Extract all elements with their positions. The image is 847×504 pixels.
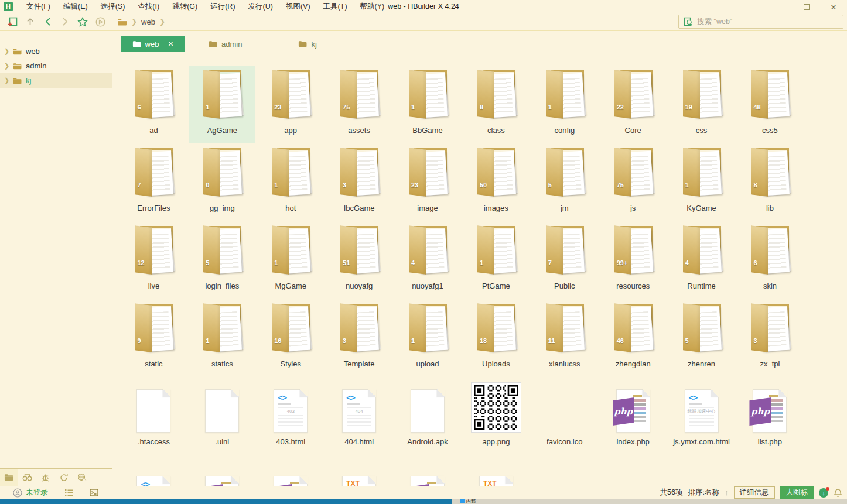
file-item[interactable]: 5login_files [189, 221, 255, 299]
file-item[interactable]: <>线路加速中心js.ymxt.com.html [668, 377, 735, 464]
breadcrumb-item[interactable]: web [141, 18, 155, 26]
taskbar-window-button[interactable]: 内部 [460, 499, 476, 504]
file-item[interactable]: 6skin [737, 221, 803, 299]
menu-item[interactable]: 运行(R) [204, 1, 241, 13]
file-item[interactable]: <> [121, 464, 187, 486]
menu-item[interactable]: 帮助(Y) [354, 1, 391, 13]
file-item[interactable]: 7Public [531, 221, 597, 299]
chevron-right-icon[interactable]: ❯ [4, 62, 9, 70]
maximize-button[interactable] [793, 0, 820, 14]
update-icon[interactable]: ↓ [819, 488, 828, 498]
file-item[interactable]: 50images [463, 143, 529, 221]
file-item[interactable]: 1BbGame [395, 66, 461, 143]
file-item[interactable]: 0gg_img [189, 143, 255, 221]
file-item[interactable]: 51nuoyafg [326, 221, 392, 299]
tab-web[interactable]: web✕ [121, 36, 185, 52]
minimize-button[interactable]: — [766, 0, 793, 14]
sort-order[interactable]: 排序:名称 [688, 488, 719, 498]
file-item[interactable]: 19css [668, 66, 735, 143]
file-item[interactable]: 75assets [326, 66, 392, 143]
file-item[interactable]: 3Template [326, 299, 392, 377]
file-item[interactable]: 1KyGame [668, 143, 735, 221]
file-item[interactable]: 16Styles [258, 299, 324, 377]
file-item[interactable]: 46zhengdian [600, 299, 666, 377]
file-item[interactable]: 9static [121, 299, 187, 377]
menu-item[interactable]: 文件(F) [20, 1, 57, 13]
file-item[interactable]: phplist.php [737, 377, 803, 464]
file-item[interactable]: 3zx_tpl [737, 299, 803, 377]
file-item[interactable]: 1hot [258, 143, 324, 221]
file-item[interactable]: 23image [395, 143, 461, 221]
file-item[interactable]: TXT [463, 464, 529, 486]
file-item[interactable]: 1PtGame [463, 221, 529, 299]
sync-panel-button[interactable] [54, 469, 73, 486]
file-item[interactable]: 12live [121, 221, 187, 299]
file-item[interactable]: 8lib [737, 143, 803, 221]
chevron-right-icon[interactable]: ❯ [4, 77, 9, 84]
file-item[interactable]: 6ad [121, 66, 187, 143]
chevron-right-icon[interactable]: ❯ [4, 47, 9, 55]
file-item[interactable]: 4Runtime [668, 221, 735, 299]
sidebar-item-kj[interactable]: ❯kj [0, 73, 112, 88]
file-item[interactable]: php [258, 464, 324, 486]
file-item[interactable]: 5jm [531, 143, 597, 221]
menu-item[interactable]: 视图(V) [279, 1, 317, 13]
file-item[interactable]: 23app [258, 66, 324, 143]
tab-close-icon[interactable]: ✕ [168, 40, 173, 48]
menu-item[interactable]: 查找(I) [131, 1, 166, 13]
new-file-button[interactable] [4, 14, 21, 29]
file-item[interactable]: 22Core [600, 66, 666, 143]
menu-item[interactable]: 发行(U) [242, 1, 279, 13]
menu-item[interactable]: 选择(S) [94, 1, 132, 13]
file-item[interactable]: 48css5 [737, 66, 803, 143]
file-item[interactable]: 18Uploads [463, 299, 529, 377]
search-input[interactable] [697, 18, 826, 26]
menu-item[interactable]: 工具(T) [317, 1, 354, 13]
sidebar-item-web[interactable]: ❯web [0, 44, 112, 59]
file-item[interactable]: 3IbcGame [326, 143, 392, 221]
detail-view-button[interactable]: 详细信息 [734, 486, 775, 499]
bell-icon[interactable] [834, 488, 842, 498]
file-item[interactable]: Android.apk [395, 377, 461, 464]
file-item[interactable]: php [189, 464, 255, 486]
menu-item[interactable]: 编辑(E) [57, 1, 94, 13]
search-box[interactable] [678, 15, 843, 29]
file-item[interactable]: 1upload [395, 299, 461, 377]
files-panel-button[interactable] [0, 469, 18, 486]
file-item[interactable]: <>403403.html [258, 377, 324, 464]
task-list-button[interactable] [64, 489, 73, 496]
file-item[interactable]: 7ErrorFiles [121, 143, 187, 221]
file-item[interactable]: 1MgGame [258, 221, 324, 299]
file-item[interactable]: 1statics [189, 299, 255, 377]
file-item[interactable]: .uini [189, 377, 255, 464]
file-item[interactable]: 11xianlucss [531, 299, 597, 377]
file-item[interactable]: TXT [326, 464, 392, 486]
terminal-button[interactable] [90, 489, 98, 496]
favorite-button[interactable] [74, 14, 91, 29]
sidebar-item-admin[interactable]: ❯admin [0, 59, 112, 73]
large-icon-view-button[interactable]: 大图标 [780, 486, 814, 499]
file-item[interactable]: php [395, 464, 461, 486]
debug-panel-button[interactable] [36, 469, 54, 486]
file-item[interactable]: .htaccess [121, 377, 187, 464]
file-item[interactable]: 5zhenren [668, 299, 735, 377]
menu-item[interactable]: 跳转(G) [166, 1, 204, 13]
close-button[interactable]: ✕ [820, 0, 847, 14]
up-button[interactable] [21, 14, 39, 29]
tab-kj[interactable]: kj [291, 36, 323, 52]
file-item[interactable]: app.png [463, 377, 529, 464]
file-item[interactable]: 4nuoyafg1 [395, 221, 461, 299]
tab-admin[interactable]: admin [201, 36, 249, 52]
file-item[interactable]: favicon.ico [531, 377, 597, 464]
back-button[interactable] [39, 14, 56, 29]
search-panel-button[interactable] [18, 469, 36, 486]
file-item[interactable]: 8class [463, 66, 529, 143]
file-item[interactable]: 75js [600, 143, 666, 221]
web-panel-button[interactable] [73, 469, 91, 486]
file-item[interactable]: 99+resources [600, 221, 666, 299]
forward-button[interactable] [56, 14, 74, 29]
login-status[interactable]: 未登录 [26, 488, 48, 498]
sort-direction-icon[interactable]: ↑ [725, 488, 729, 497]
file-item[interactable]: phpindex.php [600, 377, 666, 464]
run-button[interactable] [91, 14, 109, 29]
